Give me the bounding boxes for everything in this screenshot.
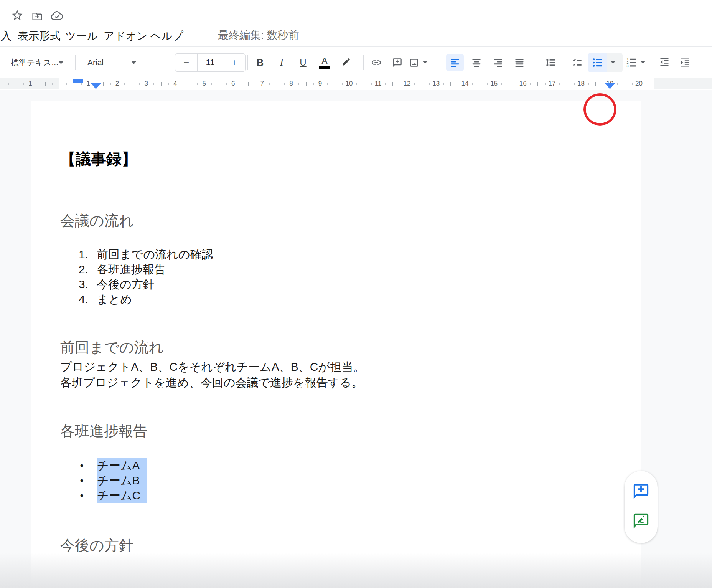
ruler-tick bbox=[588, 83, 589, 85]
bullet-icon: ● bbox=[80, 477, 97, 484]
move-folder-button[interactable] bbox=[31, 10, 45, 23]
list-item-text[interactable]: 今後の方針 bbox=[97, 277, 155, 292]
toolbar: 標準テキス... Arial − 11 + B I U A bbox=[0, 47, 712, 78]
ruler-tick bbox=[161, 82, 162, 86]
add-comment-floating-button[interactable] bbox=[631, 481, 651, 501]
list-item-text[interactable]: まとめ bbox=[97, 292, 132, 307]
italic-button[interactable]: I bbox=[273, 54, 290, 71]
list-item[interactable]: ●チームA bbox=[80, 458, 618, 473]
insert-link-button[interactable] bbox=[368, 54, 385, 71]
suggest-edits-floating-button[interactable] bbox=[631, 511, 651, 531]
ruler-tick bbox=[458, 83, 458, 85]
numbered-list-button[interactable]: 1 2 3 bbox=[626, 54, 653, 71]
chevron-down-icon[interactable] bbox=[611, 61, 615, 64]
ruler-right-margin-zone bbox=[654, 78, 712, 89]
document-page[interactable]: 【議事録】 会議の流れ 1.前回までの流れの確認2.各班進捗報告3.今後の方針4… bbox=[31, 101, 641, 588]
ruler-tick bbox=[364, 82, 364, 86]
list-item-text[interactable]: チームA bbox=[97, 458, 147, 473]
menu-item-insert-partial[interactable]: 入 bbox=[1, 25, 12, 47]
ruler-number: 10 bbox=[346, 78, 353, 89]
list-item-text[interactable]: 各班進捗報告 bbox=[97, 262, 166, 277]
list-item[interactable]: 2.各班進捗報告 bbox=[79, 262, 618, 277]
section-heading-previous-flow[interactable]: 前回までの流れ bbox=[60, 337, 618, 357]
chevron-down-icon[interactable] bbox=[641, 61, 645, 64]
font-size-value[interactable]: 11 bbox=[198, 54, 223, 71]
image-icon bbox=[409, 58, 419, 68]
decrease-indent-button[interactable] bbox=[656, 54, 673, 71]
add-comment-button[interactable] bbox=[388, 54, 406, 71]
document-content: 【議事録】 会議の流れ 1.前回までの流れの確認2.各班進捗報告3.今後の方針4… bbox=[31, 101, 641, 555]
section-heading-progress-report[interactable]: 各班進捗報告 bbox=[60, 421, 618, 441]
paragraph-style-dropdown[interactable]: 標準テキス... bbox=[5, 54, 73, 71]
line-spacing-icon bbox=[545, 57, 556, 68]
line-spacing-button[interactable] bbox=[542, 54, 559, 71]
left-indent-marker[interactable] bbox=[91, 83, 101, 89]
menu-item-format[interactable]: 表示形式 bbox=[18, 25, 61, 47]
quick-action-bar bbox=[0, 0, 712, 25]
paragraph[interactable]: プロジェクトA、B、CをそれぞれチームA、B、Cが担当。 各班プロジェクトを進め… bbox=[60, 359, 618, 390]
justify-button[interactable] bbox=[511, 54, 528, 71]
ruler-tick bbox=[603, 83, 603, 85]
align-left-button[interactable] bbox=[446, 54, 464, 71]
bullet-list-button-group[interactable] bbox=[588, 53, 623, 72]
star-button[interactable] bbox=[11, 8, 25, 22]
menu-item-help[interactable]: ヘルプ bbox=[150, 25, 183, 47]
ruler-tick bbox=[414, 83, 415, 85]
ruler-tick bbox=[124, 83, 125, 85]
first-line-indent-marker[interactable] bbox=[73, 79, 83, 83]
ruler-tick bbox=[392, 82, 393, 86]
ruler-tick bbox=[422, 82, 422, 86]
highlighter-icon bbox=[341, 58, 351, 68]
document-title[interactable]: 【議事録】 bbox=[60, 149, 618, 168]
ruler-tick bbox=[487, 83, 488, 85]
increase-font-size-button[interactable]: + bbox=[223, 54, 245, 71]
last-edited-link[interactable]: 最終編集: 数秒前 bbox=[218, 25, 299, 47]
document-canvas: 【議事録】 会議の流れ 1.前回までの流れの確認2.各班進捗報告3.今後の方針4… bbox=[0, 90, 712, 588]
toolbar-divider bbox=[565, 55, 565, 70]
insert-image-button[interactable] bbox=[409, 54, 437, 71]
decrease-indent-icon bbox=[659, 57, 670, 68]
toolbar-divider bbox=[443, 55, 443, 70]
underline-button[interactable]: U bbox=[294, 54, 312, 71]
paragraph-line[interactable]: 各班プロジェクトを進め、今回の会議で進捗を報告する。 bbox=[60, 375, 618, 390]
checklist-button[interactable] bbox=[568, 54, 586, 71]
ruler-tick bbox=[625, 82, 625, 86]
ruler-number: 12 bbox=[404, 78, 411, 89]
list-item-text[interactable]: 前回までの流れの確認 bbox=[97, 247, 213, 262]
list-item[interactable]: ●チームB bbox=[80, 473, 618, 488]
text-color-button[interactable]: A bbox=[316, 54, 333, 71]
list-item[interactable]: 3.今後の方針 bbox=[79, 277, 618, 292]
cloud-check-icon bbox=[50, 9, 63, 22]
bullet-list-button[interactable] bbox=[588, 53, 607, 72]
cloud-status-button[interactable] bbox=[50, 9, 64, 23]
ruler-tick bbox=[306, 82, 307, 86]
align-center-button[interactable] bbox=[468, 54, 485, 71]
list-item[interactable]: ●チームC bbox=[80, 488, 618, 503]
decrease-font-size-button[interactable]: − bbox=[175, 54, 198, 71]
list-item[interactable]: 4.まとめ bbox=[79, 292, 618, 307]
align-right-button[interactable] bbox=[489, 54, 507, 71]
list-item-text[interactable]: チームB bbox=[97, 473, 147, 488]
list-item-text[interactable]: チームC bbox=[97, 488, 147, 503]
section-heading-meeting-flow[interactable]: 会議の流れ bbox=[60, 211, 618, 231]
ruler-tick bbox=[52, 83, 53, 85]
ruler-tick bbox=[342, 83, 343, 85]
section-heading-future-policy[interactable]: 今後の方針 bbox=[60, 535, 618, 555]
align-left-icon bbox=[450, 57, 460, 68]
toolbar-divider bbox=[705, 55, 705, 70]
highlight-color-button[interactable] bbox=[337, 54, 355, 71]
ruler-tick bbox=[248, 82, 249, 86]
chevron-down-icon bbox=[131, 61, 137, 64]
ruler-tick bbox=[255, 83, 255, 85]
ruler-number: 3 bbox=[144, 78, 148, 89]
menu-item-tools[interactable]: ツール bbox=[65, 25, 98, 47]
comment-plus-icon bbox=[392, 58, 402, 68]
menu-item-addons[interactable]: アドオン bbox=[104, 25, 148, 47]
increase-indent-button[interactable] bbox=[676, 54, 694, 71]
bold-button[interactable]: B bbox=[251, 54, 269, 71]
right-indent-marker[interactable] bbox=[605, 83, 615, 89]
paragraph-line[interactable]: プロジェクトA、B、CをそれぞれチームA、B、Cが担当。 bbox=[60, 359, 618, 375]
list-item[interactable]: 1.前回までの流れの確認 bbox=[79, 247, 618, 262]
chevron-down-icon bbox=[423, 61, 427, 64]
font-family-dropdown[interactable]: Arial bbox=[81, 54, 147, 71]
